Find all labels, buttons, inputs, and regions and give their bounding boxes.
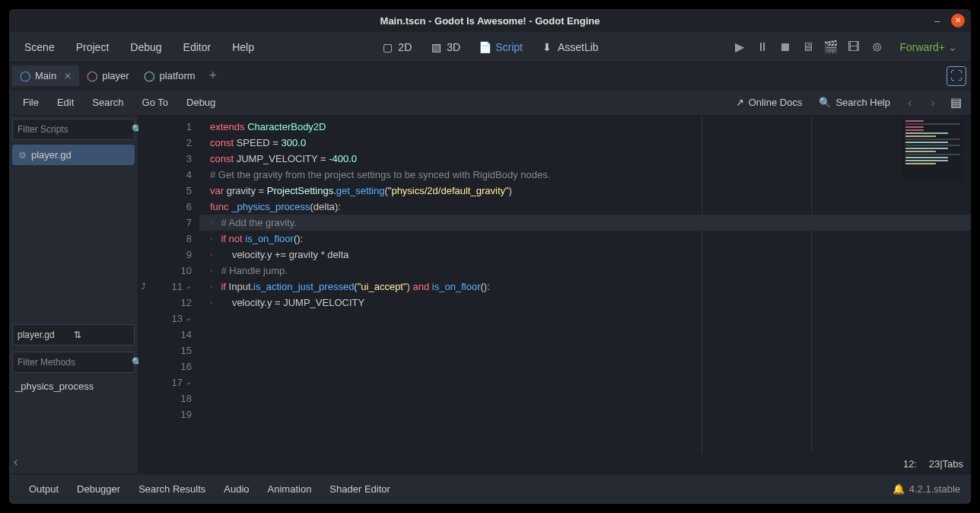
collapse-panel-button[interactable]: ‹: [9, 451, 138, 473]
nav-back-button[interactable]: ‹: [901, 94, 919, 112]
version-label: 🔔4.2.1.stable: [892, 483, 960, 495]
minimap[interactable]: [902, 119, 963, 180]
notification-icon: 🔔: [892, 483, 905, 495]
sort-icon[interactable]: ⇅: [74, 330, 130, 340]
code-line[interactable]: ›› velocity.y += gravity * delta: [199, 247, 971, 263]
node-icon: ◯: [145, 71, 155, 81]
chevron-down-icon: ⌄: [948, 41, 957, 53]
filter-methods-input[interactable]: [18, 357, 132, 368]
mode-assetlib-button[interactable]: ⬇AssetLib: [533, 37, 606, 58]
menu-editor[interactable]: Editor: [176, 37, 219, 58]
line-number[interactable]: 9: [138, 247, 196, 263]
line-number[interactable]: 17⌄: [138, 374, 196, 390]
line-number[interactable]: 6: [138, 199, 196, 215]
menu-debug[interactable]: Debug: [123, 37, 169, 58]
mode-3d-button[interactable]: ▧3D: [422, 37, 468, 58]
script-icon: 📄: [479, 41, 491, 53]
current-script-name: player.gd: [18, 330, 74, 340]
menu-help[interactable]: Help: [224, 37, 262, 58]
titlebar: Main.tscn - Godot Is Awesome! - Godot En…: [9, 9, 971, 32]
script-menu-debug[interactable]: Debug: [179, 93, 223, 112]
minimize-button[interactable]: –: [931, 14, 943, 27]
method-item[interactable]: _physics_process: [9, 376, 138, 397]
external-link-icon: ↗: [736, 97, 744, 108]
stop-button[interactable]: ⏹: [775, 37, 796, 58]
window-title: Main.tscn - Godot Is Awesome! - Godot En…: [380, 15, 600, 27]
bottom-tab-search-results[interactable]: Search Results: [129, 479, 215, 499]
status-bar: 12 : 23 | Tabs: [138, 454, 971, 473]
scene-tab-main[interactable]: ◯Main✕: [12, 65, 79, 86]
play-custom-button[interactable]: 🎞: [843, 37, 864, 58]
mode-2d-button[interactable]: ▢2D: [374, 37, 419, 58]
script-list-item[interactable]: ⚙player.gd: [12, 145, 135, 165]
mode-script-button[interactable]: 📄Script: [471, 37, 530, 58]
code-line[interactable]: › # Handle jump.: [199, 263, 971, 279]
node-icon: ◯: [20, 71, 30, 81]
nav-forward-button[interactable]: ›: [924, 94, 942, 112]
code-line[interactable]: # Get the gravity from the project setti…: [199, 167, 971, 183]
close-button[interactable]: ✕: [951, 14, 965, 27]
code-line[interactable]: const JUMP_VELOCITY = -400.0: [199, 151, 971, 167]
assetlib-icon: ⬇: [541, 41, 553, 53]
filter-scripts-input[interactable]: [18, 124, 132, 135]
line-number[interactable]: 19: [138, 406, 196, 422]
add-tab-button[interactable]: +: [203, 65, 224, 87]
fold-icon[interactable]: ⌄: [186, 374, 192, 390]
play-button[interactable]: ▶: [729, 37, 750, 58]
line-number[interactable]: 7: [138, 215, 196, 231]
expand-script-button[interactable]: ⛶: [947, 66, 966, 86]
script-menu-edit[interactable]: Edit: [49, 93, 81, 112]
line-number[interactable]: 16: [138, 358, 196, 374]
override-icon: ⤴: [142, 279, 146, 295]
script-menu-search[interactable]: Search: [84, 93, 131, 112]
line-number[interactable]: 2: [138, 135, 196, 151]
bottom-tab-audio[interactable]: Audio: [215, 479, 258, 499]
bottom-tab-debugger[interactable]: Debugger: [68, 479, 129, 499]
line-number[interactable]: 1: [138, 119, 196, 135]
line-number[interactable]: 18: [138, 390, 196, 406]
code-line[interactable]: › if Input.is_action_just_pressed("ui_ac…: [199, 279, 971, 295]
gear-icon: ⚙: [18, 150, 27, 161]
remote-button[interactable]: 🖥: [797, 37, 819, 58]
panel-toggle-button[interactable]: ▤: [947, 94, 965, 112]
bottom-tab-output[interactable]: Output: [20, 479, 68, 499]
line-number[interactable]: 14: [138, 327, 196, 343]
line-number[interactable]: 4: [138, 167, 196, 183]
code-line[interactable]: extends CharacterBody2D: [199, 119, 971, 135]
code-line[interactable]: › if not is_on_floor():: [199, 231, 971, 247]
line-number[interactable]: 13⌄: [138, 311, 196, 327]
scene-tab-platform[interactable]: ◯platform: [137, 65, 203, 86]
movie-button[interactable]: ⊚: [866, 37, 887, 58]
play-scene-button[interactable]: 🎬: [820, 37, 842, 58]
menu-scene[interactable]: Scene: [17, 37, 62, 58]
line-number[interactable]: 10: [138, 263, 196, 279]
script-menu-file[interactable]: File: [15, 93, 46, 112]
fold-icon[interactable]: ⌄: [186, 311, 192, 327]
code-line[interactable]: › # Add the gravity.: [199, 215, 971, 231]
line-number[interactable]: ⤴11⌄: [138, 279, 196, 295]
pause-button[interactable]: ⏸: [752, 37, 773, 58]
bottom-tab-shader-editor[interactable]: Shader Editor: [320, 479, 399, 499]
fold-icon[interactable]: ⌄: [186, 279, 192, 295]
renderer-select[interactable]: Forward+ ⌄: [893, 38, 963, 56]
code-line[interactable]: var gravity = ProjectSettings.get_settin…: [199, 183, 971, 199]
code-line[interactable]: const SPEED = 300.0: [199, 135, 971, 151]
search-help-button[interactable]: 🔍Search Help: [813, 93, 896, 112]
3d-icon: ▧: [430, 41, 442, 53]
node-icon: ◯: [87, 71, 97, 81]
2d-icon: ▢: [381, 41, 393, 53]
scene-tab-player[interactable]: ◯player: [79, 65, 136, 86]
line-number[interactable]: 12: [138, 295, 196, 311]
line-number[interactable]: 8: [138, 231, 196, 247]
line-number[interactable]: 15: [138, 343, 196, 358]
code-line[interactable]: ›› velocity.y = JUMP_VELOCITY: [199, 295, 971, 311]
line-number[interactable]: 5: [138, 183, 196, 199]
search-icon: 🔍: [819, 97, 831, 108]
online-docs-button[interactable]: ↗Online Docs: [730, 93, 809, 112]
menu-project[interactable]: Project: [68, 37, 117, 58]
code-line[interactable]: func _physics_process(delta):: [199, 199, 971, 215]
bottom-tab-animation[interactable]: Animation: [259, 479, 321, 499]
script-menu-go-to[interactable]: Go To: [135, 93, 176, 112]
line-number[interactable]: 3: [138, 151, 196, 167]
close-tab-icon[interactable]: ✕: [64, 71, 72, 81]
